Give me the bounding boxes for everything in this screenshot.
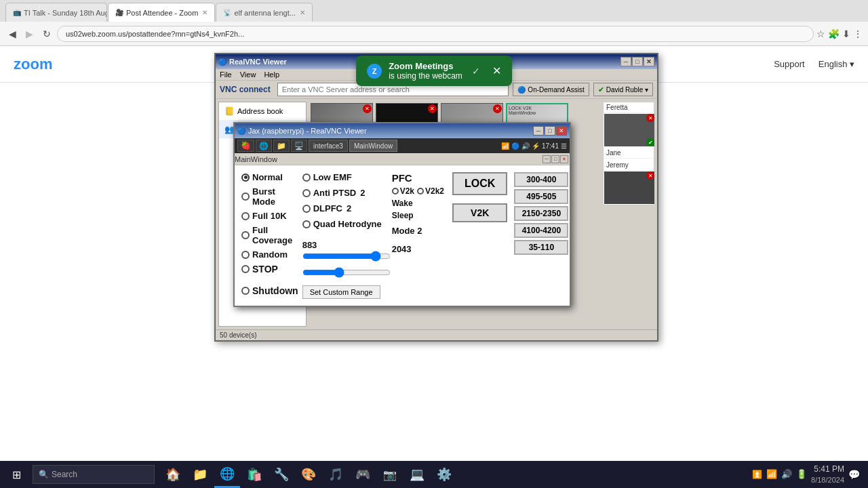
set-custom-range-button[interactable]: Set Custom Range [302,285,380,299]
radio-stop-circle [241,265,250,273]
radio-low-emf[interactable]: Low EMF [302,172,391,182]
check-icon: ✔ [598,85,604,94]
slider1-input[interactable] [302,251,391,261]
extensions-icon[interactable]: 🧩 [828,28,840,39]
radio-random[interactable]: Random [241,249,298,260]
download-icon[interactable]: ⬇ [842,28,850,39]
vnc-inner-titlebar[interactable]: 🔵 Jax (raspberrypi) - RealVNC Viewer ─ □… [235,123,570,138]
browser-tab-2[interactable]: 🎥 Post Attendee - Zoom ✕ [108,3,215,22]
win-ctrl-3[interactable]: ✕ [560,155,568,163]
radio-normal-circle [241,174,250,182]
taskbar-clock[interactable]: 5:41 PM 8/18/2024 [811,464,844,485]
taskbar-search[interactable]: 🔍 Search [33,465,155,484]
range-4100-4200[interactable]: 4100-4200 [514,223,568,238]
refresh-button[interactable]: ↻ [39,27,54,41]
radio-normal[interactable]: Normal [241,172,298,182]
slider-area: 883 Set Custom Range [302,237,391,299]
taskbar-app-files[interactable]: 📁 [187,461,213,488]
radio-shutdown[interactable]: Shutdown [241,285,298,296]
lock-button[interactable]: LOCK [452,172,507,195]
slider2-input[interactable] [302,268,391,277]
tab3-close[interactable]: ✕ [300,9,305,16]
thumb2-close[interactable]: ✕ [428,104,437,113]
menu-icon[interactable]: ⋮ [853,28,863,39]
inner-maximize-button[interactable]: □ [545,126,555,136]
tray-sound-icon[interactable]: 🔊 [781,469,792,479]
v2k-radio-circle [392,188,399,195]
tab1-label: TI Talk - Sunday 18th Augus... [24,9,107,17]
vnc-inner-title: Jax (raspberrypi) - RealVNC Viewer [248,127,533,135]
browser-tab-1[interactable]: 📺 TI Talk - Sunday 18th Augus... ✕ [5,3,107,22]
taskbar-app-home[interactable]: 🏠 [160,461,186,488]
notification-close[interactable]: ✕ [492,64,501,77]
radio-full-coverage[interactable]: Full Coverage [241,225,298,245]
language-selector[interactable]: English ▾ [818,59,854,69]
feretta-thumb-close[interactable]: ✕ [646,114,654,122]
range-300-400[interactable]: 300-400 [514,172,568,187]
bookmark-icon[interactable]: ☆ [816,28,825,39]
range-2150-2350[interactable]: 2150-2350 [514,206,568,221]
close-button[interactable]: ✕ [644,57,654,66]
back-button[interactable]: ◀ [5,27,20,41]
radio-burst-mode[interactable]: Burst Mode [241,186,298,207]
radio-quad-hetrodyne[interactable]: Quad Hetrodyne [302,219,391,229]
view-menu[interactable]: View [240,70,256,79]
user-button[interactable]: ✔ David Ruble ▾ [593,83,653,96]
minimize-button[interactable]: ─ [620,57,631,66]
taskbar-app-spotify[interactable]: 🎵 [323,461,349,488]
taskbar-app-photo[interactable]: 📷 [377,461,403,488]
radio-full-10k[interactable]: Full 10K [241,211,298,221]
radio-anti-ptsd-label: Anti PTSD [313,188,357,198]
taskbar-search-label: Search [52,470,77,479]
radio-stop[interactable]: STOP [241,264,298,274]
win-ctrl-2[interactable]: □ [551,155,559,163]
tab2-label: Post Attendee - Zoom [126,9,198,17]
tab2-close[interactable]: ✕ [202,9,208,16]
sidebar-item-address-book[interactable]: 📒 Address book [219,102,306,121]
rpi-browser[interactable]: 🌐 [256,140,272,152]
left-radio-column: Normal Burst Mode Full 10K Full Coverage… [241,172,301,299]
support-link[interactable]: Support [774,59,805,69]
rpi-interface3[interactable]: interface3 [309,140,348,152]
pfc-header: PFC [392,172,444,184]
thumb3-close[interactable]: ✕ [493,104,502,113]
range-buttons-column: 300-400 495-505 2150-2350 4100-4200 35-1… [514,172,568,255]
rpi-menu-button[interactable]: 🍓 [237,140,254,152]
taskbar-app-chrome[interactable]: 🌐 [214,461,240,488]
tray-battery-icon[interactable]: 🔋 [796,469,807,479]
address-bar[interactable] [57,26,814,42]
taskbar-app-paint[interactable]: 🎨 [296,461,321,488]
rpi-files[interactable]: 📁 [273,140,290,152]
inner-close-button[interactable]: ✕ [556,126,567,136]
main-app-content: Normal Burst Mode Full 10K Full Coverage… [235,165,570,306]
tray-network-icon[interactable]: 📶 [766,469,777,479]
win-ctrl-1[interactable]: ─ [542,155,551,163]
v2k2-radio[interactable]: V2k2 [417,186,444,196]
rpi-terminal[interactable]: 🖥️ [291,140,307,152]
inner-minimize-button[interactable]: ─ [533,126,544,136]
maximize-button[interactable]: □ [632,57,643,66]
range-35-110[interactable]: 35-110 [514,240,568,255]
taskbar-app-settings[interactable]: ⚙️ [431,461,457,488]
taskbar-app-code[interactable]: 💻 [404,461,430,488]
taskbar-app-tools[interactable]: 🔧 [269,461,294,488]
v2k-button[interactable]: V2K [452,203,507,222]
on-demand-assist-button[interactable]: 🔵 On-Demand Assist [513,83,589,96]
thumb1-close[interactable]: ✕ [363,104,372,113]
jeremy-thumb-close[interactable]: ✕ [646,171,654,180]
radio-dlpfc[interactable]: DLPFC 2 [302,203,391,214]
v2k-radio[interactable]: V2k [392,186,414,196]
file-menu[interactable]: File [220,70,232,79]
notification-center-icon[interactable]: 💬 [848,469,860,480]
taskbar-app-game[interactable]: 🎮 [350,461,376,488]
rpi-main-window[interactable]: MainWindow [349,140,397,152]
start-button[interactable]: ⊞ [3,461,30,488]
participant-feretta: Feretta [604,102,654,113]
tray-up-arrow[interactable]: ⏫ [752,470,762,479]
help-menu[interactable]: Help [264,70,279,79]
forward-button[interactable]: ▶ [22,27,37,41]
radio-anti-ptsd[interactable]: Anti PTSD 2 [302,188,391,198]
browser-tab-3[interactable]: 📡 elf antenna lengt... ✕ [216,3,313,22]
taskbar-app-store[interactable]: 🛍️ [241,461,267,488]
range-495-505[interactable]: 495-505 [514,189,568,204]
